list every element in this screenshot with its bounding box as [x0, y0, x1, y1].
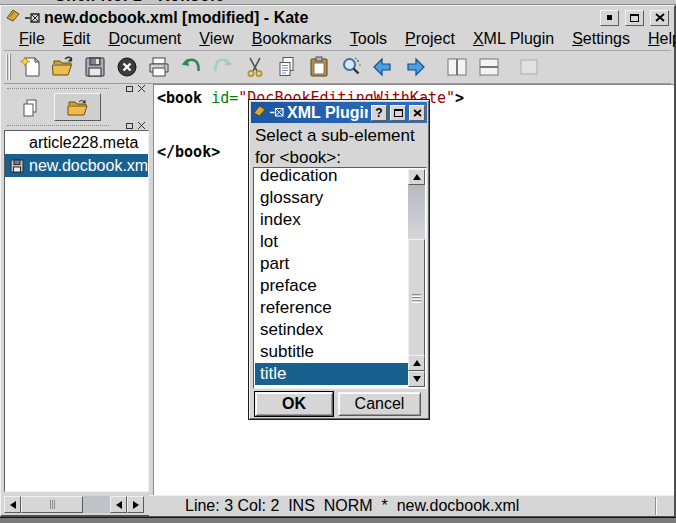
code-token: >: [455, 89, 464, 107]
scroll-up-button-2[interactable]: [408, 355, 425, 371]
scroll-left-button[interactable]: [4, 496, 21, 513]
element-list-item[interactable]: setindex: [255, 319, 408, 341]
element-list-item[interactable]: dedication: [255, 169, 408, 187]
scrollbar-track[interactable]: [408, 185, 425, 239]
scroll-left-button-2[interactable]: [110, 496, 127, 513]
redo-button[interactable]: [208, 53, 238, 81]
close-split-button[interactable]: [514, 53, 544, 81]
arrow-up-icon: [413, 174, 421, 180]
file-list-item[interactable]: new.docbook.xml: [5, 154, 148, 177]
screen: Shell No. 2 - Konsole new.docbook.xml [m…: [0, 0, 676, 523]
element-list-item[interactable]: preface: [255, 275, 408, 297]
documents-icon: [20, 98, 40, 118]
list-vertical-scrollbar[interactable]: [408, 169, 425, 387]
code-line: </book>: [157, 143, 220, 161]
dialog-help-button[interactable]: ?: [371, 105, 387, 121]
split-horizontal-button[interactable]: [474, 53, 504, 81]
minimize-button[interactable]: [600, 10, 619, 26]
code-token: [202, 89, 211, 107]
close-icon: [138, 85, 145, 92]
status-bar: Line: 3 Col: 2 INS NORM * new.docbook.xm…: [149, 495, 674, 516]
sidebar: article228.metanew.docbook.xml: [4, 84, 149, 514]
back-icon: [371, 55, 395, 79]
status-resize-seam[interactable]: [655, 497, 657, 515]
element-list-item[interactable]: title: [255, 363, 408, 385]
element-list-item[interactable]: glossary: [255, 187, 408, 209]
print-button[interactable]: [144, 53, 174, 81]
float-icon: [126, 86, 133, 92]
menu-item-xml-plugin[interactable]: XML Plugin: [464, 28, 563, 50]
cancel-button[interactable]: Cancel: [338, 392, 421, 416]
element-list-item[interactable]: part: [255, 253, 408, 275]
dock-handle[interactable]: [7, 88, 109, 89]
toolbar-handle[interactable]: [6, 54, 12, 80]
dialog-titlebar[interactable]: XML Plugin ?: [251, 102, 427, 123]
scrollbar-thumb[interactable]: [21, 496, 83, 513]
file-name: new.docbook.xml: [29, 157, 148, 175]
menu-item-view[interactable]: View: [190, 28, 242, 50]
sidebar-tab-filesystem[interactable]: [54, 93, 101, 121]
maximize-button[interactable]: [625, 10, 644, 26]
find-button[interactable]: [336, 53, 366, 81]
menu-items: FileEditDocumentViewBookmarksToolsProjec…: [10, 28, 676, 50]
dock-close-button[interactable]: [137, 121, 146, 130]
element-list-item[interactable]: index: [255, 209, 408, 231]
save-button[interactable]: [80, 53, 110, 81]
menu-item-file[interactable]: File: [10, 28, 54, 50]
split-vertical-button[interactable]: [442, 53, 472, 81]
back-button[interactable]: [368, 53, 398, 81]
menu-item-help[interactable]: Help: [639, 28, 676, 50]
arrow-right-icon: [133, 501, 139, 509]
scrollbar-track[interactable]: [83, 496, 110, 513]
code-token: <book: [157, 89, 202, 107]
arrow-down-icon: [413, 376, 421, 382]
menu-item-edit[interactable]: Edit: [54, 28, 100, 50]
dock-float-button[interactable]: [125, 84, 134, 93]
scroll-up-button[interactable]: [408, 169, 425, 185]
forward-button[interactable]: [400, 53, 430, 81]
element-list-item[interactable]: lot: [255, 231, 408, 253]
element-list-item[interactable]: subtitle: [255, 341, 408, 363]
toolbar: [4, 51, 671, 84]
scroll-right-button[interactable]: [127, 496, 144, 513]
dock-header-top[interactable]: [4, 84, 149, 93]
close-button[interactable]: [650, 10, 669, 26]
menu-item-tools[interactable]: Tools: [341, 28, 396, 50]
ok-button[interactable]: OK: [255, 392, 333, 416]
sidebar-horizontal-scrollbar[interactable]: [4, 496, 149, 513]
element-list-item[interactable]: reference: [255, 297, 408, 319]
paste-button[interactable]: [304, 53, 334, 81]
status-text: Line: 3 Col: 2 INS NORM * new.docbook.xm…: [149, 497, 519, 515]
close-icon: [655, 13, 665, 22]
menu-item-project[interactable]: Project: [396, 28, 464, 50]
scroll-down-button[interactable]: [408, 371, 425, 387]
sidebar-tab-documents[interactable]: [8, 95, 52, 121]
dock-close-button[interactable]: [137, 84, 146, 93]
copy-button[interactable]: [272, 53, 302, 81]
save-icon: [83, 55, 107, 79]
element-list[interactable]: dedicationglossaryindexlotpartprefaceref…: [255, 169, 408, 387]
dock-float-button[interactable]: [125, 121, 134, 130]
dialog-prompt: Select a sub-element for <book>:: [255, 125, 425, 169]
kate-app-icon: [253, 104, 267, 122]
new-document-button[interactable]: [16, 53, 46, 81]
dialog-close-button[interactable]: [409, 105, 425, 121]
pin-icon[interactable]: [270, 107, 284, 118]
menu-item-document[interactable]: Document: [99, 28, 190, 50]
menu-item-bookmarks[interactable]: Bookmarks: [243, 28, 341, 50]
pin-icon[interactable]: [25, 12, 40, 24]
open-file-button[interactable]: [48, 53, 78, 81]
file-list[interactable]: article228.metanew.docbook.xml: [4, 130, 149, 492]
window-titlebar[interactable]: new.docbook.xml [modified] - Kate: [4, 8, 671, 27]
element-listbox: dedicationglossaryindexlotpartprefaceref…: [253, 167, 427, 389]
dock-header-list[interactable]: [4, 121, 149, 130]
minimize-icon: [607, 15, 612, 20]
dialog-maximize-button[interactable]: [390, 105, 406, 121]
menu-item-settings[interactable]: Settings: [563, 28, 639, 50]
close-document-button[interactable]: [112, 53, 142, 81]
undo-button[interactable]: [176, 53, 206, 81]
dock-handle[interactable]: [7, 125, 109, 126]
cut-button[interactable]: [240, 53, 270, 81]
scrollbar-thumb[interactable]: [408, 239, 425, 356]
file-list-item[interactable]: article228.meta: [5, 131, 148, 154]
